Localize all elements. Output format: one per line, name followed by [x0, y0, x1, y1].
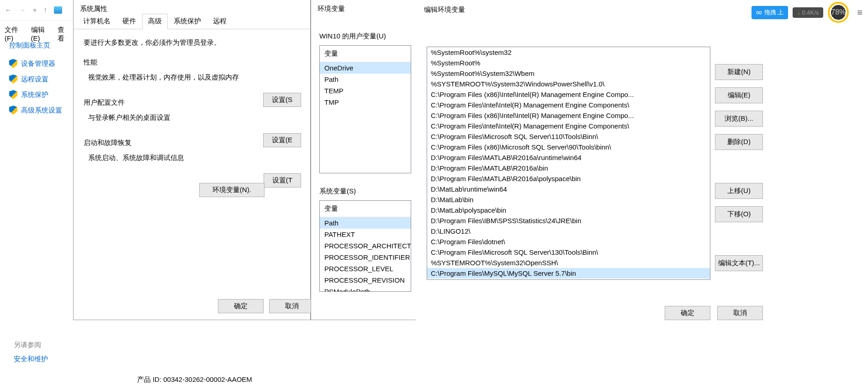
path-item[interactable]: D:\Program Files\MATLAB\R2016a\polyspace…	[427, 173, 710, 184]
user-var-item[interactable]: OneDrive	[320, 62, 411, 74]
edit-env-var-dialog: 编辑环境变量 %SystemRoot%\system32%SystemRoot%…	[416, 18, 715, 320]
sys-var-item[interactable]: PROCESSOR_ARCHITECTUR	[320, 240, 411, 252]
performance-settings-button[interactable]: 设置(S	[263, 93, 301, 107]
move-down-button[interactable]: 下移(O)	[715, 206, 763, 222]
user-vars-column-header[interactable]: 变量	[320, 46, 411, 62]
sys-props-dialog-buttons: 确定 取消	[218, 299, 315, 313]
security-maintenance-link[interactable]: 安全和维护	[14, 355, 48, 364]
path-list[interactable]: %SystemRoot%\system32%SystemRoot%%System…	[427, 47, 710, 280]
system-properties-dialog: 系统属性 计算机名 硬件 高级 系统保护 远程 要进行大多数更改，你必须作为管理…	[73, 0, 311, 320]
ok-button[interactable]: 确定	[218, 299, 264, 313]
path-item[interactable]: C:\Program Files\dotnet\	[427, 236, 710, 247]
shield-icon	[9, 106, 17, 115]
usage-gauge-widget[interactable]: 78%	[828, 2, 849, 23]
path-item[interactable]: D:\Program Files\MATLAB\R2016a\bin	[427, 163, 710, 173]
edit-env-dialog-buttons: 确定 取消	[665, 306, 763, 320]
overlay-widgets: ∞ 拖拽 上 ↓ 0.4K/s 78% ≡	[746, 0, 868, 25]
tab-advanced[interactable]: 高级	[142, 14, 168, 29]
sidebar-item-label: 系统保护	[21, 91, 48, 99]
edit-text-button[interactable]: 编辑文本(T)...	[715, 255, 763, 271]
path-item[interactable]: %SystemRoot%\system32	[427, 47, 710, 58]
profiles-desc: 与登录帐户相关的桌面设置	[88, 113, 300, 122]
path-item[interactable]: D:\Program Files\MATLAB\R2016a\runtime\w…	[427, 152, 710, 163]
menu-view[interactable]: 查看	[58, 26, 69, 43]
move-up-button[interactable]: 上移(U)	[715, 183, 763, 199]
path-item[interactable]: D:\LINGO12\	[427, 226, 710, 236]
delete-button[interactable]: 删除(D)	[715, 134, 763, 150]
forward-arrow-icon: →	[19, 6, 26, 14]
path-item[interactable]: %SystemRoot%	[427, 58, 710, 68]
sys-var-item[interactable]: PATHEXT	[320, 229, 411, 240]
browse-button[interactable]: 浏览(B)...	[715, 111, 763, 127]
advanced-tab-content: 要进行大多数更改，你必须作为管理员登录。 性能 视觉效果，处理器计划，内存使用，…	[74, 29, 310, 192]
system-protection-link[interactable]: 系统保护	[9, 90, 73, 99]
profiles-settings-button[interactable]: 设置(E	[263, 133, 301, 147]
startup-settings-button[interactable]: 设置(T	[264, 173, 301, 187]
network-speed-widget[interactable]: ↓ 0.4K/s	[793, 7, 823, 18]
path-item[interactable]: %SYSTEMROOT%\System32\OpenSSH\	[427, 257, 710, 268]
sys-var-item[interactable]: PROCESSOR_LEVEL	[320, 263, 411, 274]
path-item[interactable]: D:\MatLab\bin	[427, 194, 710, 205]
explorer-toolbar: ← → ▾ ↑	[0, 0, 73, 21]
sys-var-item[interactable]: PSModulePath	[320, 286, 411, 292]
startup-desc: 系统启动、系统故障和调试信息	[88, 154, 300, 162]
path-item[interactable]: %SYSTEMROOT%\System32\WindowsPowerShell\…	[427, 79, 710, 89]
user-var-item[interactable]: Path	[320, 74, 411, 85]
edit-button[interactable]: 编辑(E)	[715, 87, 763, 103]
cancel-button[interactable]: 取消	[717, 306, 763, 320]
path-item[interactable]: C:\Program Files\Microsoft SQL Server\11…	[427, 131, 710, 142]
sys-var-item[interactable]: Path	[320, 217, 411, 229]
see-also-title: 另请参阅	[14, 341, 48, 349]
shield-icon	[9, 59, 17, 68]
dropdown-arrow-icon[interactable]: ▾	[33, 6, 37, 15]
path-item[interactable]: C:\Program Files (x86)\Microsoft SQL Ser…	[427, 142, 710, 152]
menu-file[interactable]: 文件(F)	[5, 26, 23, 43]
path-item[interactable]: C:\Program Files\Intel\Intel(R) Manageme…	[427, 121, 710, 131]
path-item[interactable]: C:\Program Files\MySQL\MySQL Server 5.7\…	[427, 268, 710, 279]
menu-edit[interactable]: 编辑(E)	[31, 26, 49, 43]
tab-hardware[interactable]: 硬件	[116, 14, 142, 29]
sys-vars-listbox[interactable]: 变量 PathPATHEXTPROCESSOR_ARCHITECTURPROCE…	[319, 200, 411, 292]
path-item[interactable]: D:\Program Files\IBM\SPSS\Statistics\24\…	[427, 215, 710, 226]
sidebar-item-label: 远程设置	[21, 75, 48, 84]
see-also-section: 另请参阅 安全和维护	[14, 341, 48, 364]
user-var-item[interactable]: TMP	[320, 96, 411, 108]
performance-desc: 视觉效果，处理器计划，内存使用，以及虚拟内存	[88, 73, 300, 82]
edit-env-title: 编辑环境变量	[416, 0, 473, 20]
ok-button[interactable]: 确定	[665, 306, 710, 320]
path-item[interactable]: D:\MatLab\polyspace\bin	[427, 205, 710, 215]
user-vars-label: WIN10 的用户变量(U)	[311, 32, 416, 41]
cancel-button[interactable]: 取消	[269, 299, 315, 313]
path-item[interactable]: C:\Program Files\Intel\Intel(R) Manageme…	[427, 100, 710, 110]
env-vars-button[interactable]: 环境变量(N).	[199, 183, 265, 197]
up-arrow-icon[interactable]: ↑	[43, 6, 47, 14]
tab-remote[interactable]: 远程	[207, 14, 233, 29]
sys-var-item[interactable]: PROCESSOR_IDENTIFIER	[320, 252, 411, 263]
path-item[interactable]: C:\Program Files (x86)\Intel\Intel(R) Ma…	[427, 89, 710, 100]
infinity-icon: ∞	[756, 8, 762, 17]
cloud-widget[interactable]: ∞ 拖拽 上	[752, 6, 788, 19]
user-var-item[interactable]: TEMP	[320, 85, 411, 96]
advanced-system-settings-link[interactable]: 高级系统设置	[9, 106, 73, 115]
path-item[interactable]: %SystemRoot%\System32\Wbem	[427, 68, 710, 79]
back-arrow-icon[interactable]: ←	[5, 6, 12, 14]
shield-icon	[9, 90, 17, 99]
tab-system-protection[interactable]: 系统保护	[168, 14, 207, 29]
sidebar-item-label: 设备管理器	[21, 59, 55, 68]
path-item[interactable]: C:\Program Files (x86)\Intel\Intel(R) Ma…	[427, 110, 710, 121]
sys-vars-column-header[interactable]: 变量	[320, 201, 411, 217]
control-panel-home-link[interactable]: 控制面板主页	[9, 41, 73, 50]
remote-settings-link[interactable]: 远程设置	[9, 75, 73, 84]
dialog-title: 系统属性	[74, 0, 114, 18]
device-manager-link[interactable]: 设备管理器	[9, 59, 73, 68]
path-item[interactable]: C:\Program Files\Microsoft SQL Server\13…	[427, 247, 710, 257]
usage-percent: 78%	[831, 8, 846, 16]
performance-section: 性能 视觉效果，处理器计划，内存使用，以及虚拟内存 设置(S	[84, 58, 300, 82]
path-item[interactable]: D:\MatLab\runtime\win64	[427, 184, 710, 194]
env-vars-dialog: 环境变量 WIN10 的用户变量(U) 变量 OneDrivePathTEMPT…	[311, 0, 416, 320]
new-button[interactable]: 新建(N)	[715, 64, 763, 80]
hamburger-icon[interactable]: ≡	[857, 7, 863, 18]
sys-var-item[interactable]: PROCESSOR_REVISION	[320, 274, 411, 286]
computer-icon	[54, 6, 62, 14]
user-vars-listbox[interactable]: 变量 OneDrivePathTEMPTMP	[319, 45, 411, 173]
